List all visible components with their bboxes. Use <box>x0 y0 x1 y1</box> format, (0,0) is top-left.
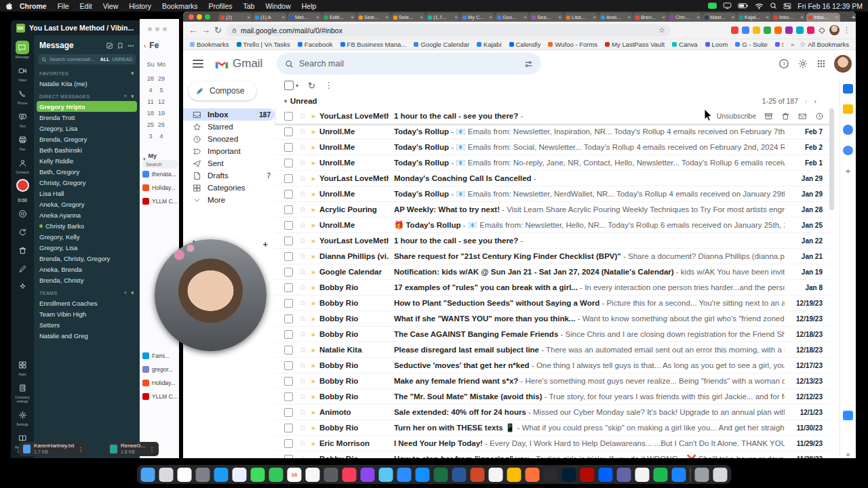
settings-gear-icon[interactable] <box>797 58 808 69</box>
email-row[interactable]: ☆»Bobby RioThe Case AGAINST Banging Fema… <box>275 327 831 342</box>
conversation-item[interactable]: Brenda, Christy, Gregory <box>34 253 140 264</box>
star-icon[interactable]: ☆ <box>299 236 307 245</box>
conversation-item[interactable]: Setters <box>34 319 140 330</box>
rail-item-video[interactable]: Video <box>16 64 29 82</box>
star-icon[interactable]: ☆ <box>299 314 307 323</box>
dock-firefox-icon[interactable] <box>526 468 540 482</box>
importance-marker[interactable]: » <box>311 314 315 323</box>
conversation-item[interactable]: Enrollment Coaches <box>34 298 140 308</box>
importance-marker[interactable]: » <box>311 205 315 214</box>
dock-dropbox-icon[interactable] <box>599 468 613 482</box>
menu-clock[interactable]: Fri Feb 16 12:39 PM <box>797 2 863 10</box>
row-checkbox[interactable] <box>284 455 293 459</box>
calendar-checkbox[interactable] <box>142 352 149 359</box>
extension-icon[interactable] <box>785 26 793 34</box>
conversation-item[interactable]: Brenda Trott <box>34 112 140 123</box>
rail-item-company-settings[interactable]: Company settings <box>12 381 33 403</box>
wifi-icon[interactable] <box>755 3 764 9</box>
tab-close-icon[interactable]: × <box>593 14 596 20</box>
tab-close-icon[interactable]: × <box>524 14 527 20</box>
star-icon[interactable]: ☆ <box>299 407 307 417</box>
star-icon[interactable]: ☆ <box>299 251 307 261</box>
email-row[interactable]: ☆»Bobby RioWhat if she "WANTS YOU" more … <box>275 311 831 327</box>
row-checkbox[interactable] <box>284 377 293 386</box>
account-avatar[interactable] <box>834 55 852 73</box>
row-checkbox[interactable] <box>284 268 293 277</box>
extension-icon[interactable] <box>774 26 782 34</box>
conversation-item[interactable]: Beth, Gregory <box>34 166 140 177</box>
select-all-checkbox[interactable] <box>284 81 294 90</box>
email-row[interactable]: ☆»Dianna Phillips (vi.Share request for … <box>275 249 831 264</box>
bookmark-icon[interactable] <box>117 42 124 49</box>
sidebar-item-categories[interactable]: Categories <box>183 182 275 194</box>
app-menu-chrome[interactable]: Chrome <box>14 2 52 10</box>
email-row[interactable]: ☆»Google CalendarNotification: kids w/AK… <box>275 264 831 280</box>
importance-marker[interactable]: » <box>311 346 315 354</box>
tab-close-icon[interactable]: × <box>662 14 665 20</box>
menu-profiles[interactable]: Profiles <box>203 2 237 10</box>
extension-icon[interactable] <box>742 26 749 34</box>
bookmarks-overflow-icon[interactable]: » <box>791 41 794 48</box>
conversation-item[interactable]: Brenda, Gregory <box>34 134 140 144</box>
conversation-item[interactable]: Gregory, Lisa <box>34 123 140 134</box>
row-checkbox[interactable] <box>284 408 293 417</box>
extension-icon[interactable] <box>753 26 760 34</box>
browser-tab[interactable]: (1,7...× <box>426 13 460 22</box>
back-button[interactable]: ← <box>189 26 197 35</box>
rail-item-message[interactable]: Message <box>16 41 29 59</box>
tab-close-icon[interactable]: × <box>420 14 423 20</box>
menu-view[interactable]: View <box>98 2 124 10</box>
calendar-checkbox[interactable] <box>142 366 149 373</box>
forward-button[interactable]: → <box>201 26 210 35</box>
back-icon[interactable]: ‹ <box>144 42 146 49</box>
importance-marker[interactable]: » <box>311 112 315 120</box>
tab-close-icon[interactable]: × <box>385 14 389 20</box>
email-row[interactable]: ☆»YourLast LoveMethod1 hour to the call … <box>275 233 831 249</box>
sidebar-item-starred[interactable]: Starred <box>183 121 275 133</box>
browser-tab[interactable]: Mast...× <box>703 13 736 22</box>
filter-all[interactable]: ALL <box>100 57 110 62</box>
row-checkbox[interactable] <box>284 252 293 261</box>
dock-photoshop-icon[interactable] <box>562 468 576 482</box>
bookmark-bookmarks[interactable]: Bookmarks <box>190 41 229 48</box>
download-menu-icon[interactable]: ⋮ <box>149 446 155 453</box>
minimize-window-button[interactable] <box>197 14 202 20</box>
importance-marker[interactable]: » <box>311 237 315 245</box>
compose-button[interactable]: Compose <box>189 81 256 100</box>
snooze-icon[interactable] <box>815 112 824 121</box>
dock-word-icon[interactable] <box>452 468 467 482</box>
star-icon[interactable]: ☆ <box>299 174 307 183</box>
importance-marker[interactable]: » <box>311 408 315 416</box>
row-checkbox[interactable] <box>284 143 293 152</box>
gmail-logo[interactable]: Gmail <box>214 57 262 70</box>
contacts-side-icon[interactable] <box>843 146 853 155</box>
row-checkbox[interactable] <box>284 205 293 214</box>
row-checkbox[interactable] <box>284 237 293 245</box>
tool-magic-button[interactable] <box>16 280 29 293</box>
star-icon[interactable]: ☆ <box>299 376 307 386</box>
add-conversation-icon[interactable]: + <box>123 93 127 100</box>
calendar-day[interactable]: 28 <box>145 75 156 82</box>
dock-terminal-icon[interactable] <box>544 468 558 482</box>
conversation-item[interactable]: Christy Barko <box>34 220 140 231</box>
row-checkbox[interactable] <box>284 190 293 199</box>
dock-mail-icon[interactable] <box>214 468 229 482</box>
older-page-icon[interactable]: › <box>814 97 817 105</box>
calendar-day[interactable]: 12 <box>156 98 167 105</box>
tab-close-icon[interactable]: × <box>316 14 319 20</box>
calendar-day[interactable]: 26 <box>156 121 167 128</box>
email-row[interactable]: ☆»Bobby Rio17 examples of "rules" you ca… <box>275 280 831 296</box>
calendar-list-item[interactable]: Holiday... <box>140 181 179 195</box>
browser-tab[interactable]: Sele...× <box>357 13 391 22</box>
star-icon[interactable]: ☆ <box>299 423 307 432</box>
zoom-window-button[interactable] <box>205 14 210 20</box>
address-bar[interactable]: mail.google.com/mail/u/0/#inbox ☆ <box>226 24 671 37</box>
sidebar-item-snoozed[interactable]: Snoozed <box>183 133 275 145</box>
get-addons-icon[interactable]: + <box>846 166 851 176</box>
more-icon[interactable]: ⋯ <box>127 42 134 49</box>
importance-marker[interactable]: » <box>311 361 315 369</box>
calendar-list-item[interactable]: gregor... <box>140 363 179 376</box>
bookmark-star-icon[interactable]: ☆ <box>658 26 665 35</box>
tab-close-icon[interactable]: × <box>489 14 492 20</box>
email-row[interactable]: ☆»YourLast LoveMethodMonday's Coaching C… <box>275 171 831 186</box>
